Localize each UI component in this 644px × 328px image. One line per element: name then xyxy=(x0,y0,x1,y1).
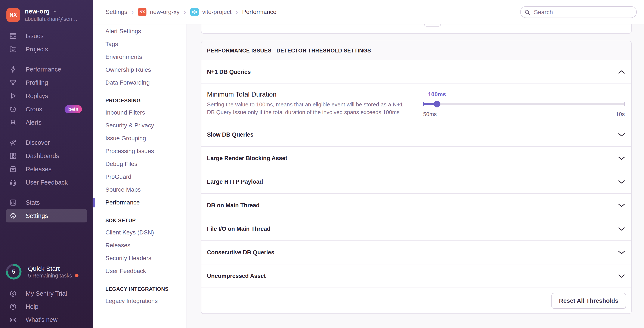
chevron-down-icon xyxy=(52,9,57,14)
chevron-down-icon xyxy=(618,156,625,160)
nav-section-gap xyxy=(0,189,93,196)
sidebar-item-label: Profiling xyxy=(26,79,48,86)
chevron-down-icon xyxy=(618,251,625,254)
quick-start-text: Quick Start 5 Remaining tasks xyxy=(28,265,78,279)
settings-nav-data-forwarding[interactable]: Data Forwarding xyxy=(93,76,186,89)
breadcrumb-project[interactable]: vite-project xyxy=(190,8,232,16)
settings-nav-security-privacy[interactable]: Security & Privacy xyxy=(93,119,186,132)
breadcrumb-org[interactable]: NX new-org-xy xyxy=(138,8,180,16)
slider-min-label: 50ms xyxy=(423,111,437,117)
settings-nav-legacy-integrations[interactable]: Legacy Integrations xyxy=(93,295,186,307)
sidebar-item-dashboards[interactable]: Dashboards xyxy=(0,149,93,162)
sidebar-item-label: Releases xyxy=(26,166,52,173)
settings-nav-debug-files[interactable]: Debug Files xyxy=(93,157,186,171)
quick-start-title: Quick Start xyxy=(28,265,78,273)
slider-handle[interactable] xyxy=(434,101,440,107)
sidebar-item-issues[interactable]: Issues xyxy=(0,29,93,43)
slider-right-cap xyxy=(624,102,625,106)
breadcrumb-separator: › xyxy=(236,8,238,16)
dashboards-icon xyxy=(9,152,17,160)
alerts-icon xyxy=(9,119,17,126)
sidebar-item-projects[interactable]: Projects xyxy=(0,43,93,56)
sidebar-item-label: Dashboards xyxy=(26,152,59,159)
releases-icon xyxy=(9,165,17,173)
quick-start-count: 5 xyxy=(5,263,22,280)
sidebar-item-label: Performance xyxy=(26,66,61,73)
sidebar-item-discover[interactable]: Discover xyxy=(0,136,93,149)
chevron-down-icon xyxy=(618,180,625,184)
sidebar-item-label: Alerts xyxy=(26,119,42,126)
sidebar-item-label: Discover xyxy=(26,139,50,146)
breadcrumb-project-label: vite-project xyxy=(202,9,232,16)
reset-all-thresholds-button[interactable]: Reset All Thresholds xyxy=(552,293,626,309)
sidebar-item-settings[interactable]: Settings xyxy=(6,209,87,222)
settings-nav-inbound-filters[interactable]: Inbound Filters xyxy=(93,106,186,119)
sidebar-item-whats-new[interactable]: What's new xyxy=(0,313,93,326)
sidebar-item-label: Stats xyxy=(26,199,40,206)
accordion-slow-db-queries[interactable]: Slow DB Queries xyxy=(202,123,631,147)
settings-nav-releases[interactable]: Releases xyxy=(93,239,186,252)
settings-nav-environments[interactable]: Environments xyxy=(93,51,186,63)
accordion-db-on-main-thread[interactable]: DB on Main Thread xyxy=(202,194,631,217)
settings-nav-source-maps[interactable]: Source Maps xyxy=(93,183,186,196)
right-column: Settings › NX new-org-xy › xyxy=(93,0,644,328)
stats-icon xyxy=(9,199,17,206)
sidebar-item-label: Projects xyxy=(26,46,48,53)
settings-nav-processing-issues[interactable]: Processing Issues xyxy=(93,145,186,157)
settings-nav-header-legacy-integrations: LEGACY INTEGRATIONS xyxy=(93,283,186,295)
sidebar-item-stats[interactable]: Stats xyxy=(0,196,93,209)
accordion-large-http-payload[interactable]: Large HTTP Payload xyxy=(202,170,631,194)
chevron-down-icon xyxy=(618,133,625,137)
accordion-large-render-blocking-asset[interactable]: Large Render Blocking Asset xyxy=(202,147,631,170)
sidebar-item-label: Help xyxy=(26,303,38,310)
settings-nav-user-feedback[interactable]: User Feedback xyxy=(93,265,186,277)
accordion-n1-db-queries[interactable]: N+1 DB Queries xyxy=(202,60,631,84)
react-project-icon xyxy=(190,8,199,16)
settings-nav-alert-settings[interactable]: Alert Settings xyxy=(93,25,186,38)
quick-start[interactable]: 5 Quick Start 5 Remaining tasks xyxy=(0,261,93,282)
slider-left-cap xyxy=(423,102,424,106)
settings-nav-security-headers[interactable]: Security Headers xyxy=(93,252,186,265)
org-switcher[interactable]: NX new-org abdullah.khan@sen… xyxy=(0,0,93,22)
breadcrumb-separator: › xyxy=(184,8,186,16)
discover-icon xyxy=(9,139,17,146)
sidebar-item-my-sentry-trial[interactable]: My Sentry Trial xyxy=(0,287,93,300)
accordion-uncompressed-asset[interactable]: Uncompressed Asset xyxy=(202,264,631,288)
notification-dot xyxy=(75,274,78,277)
sidebar-item-profiling[interactable]: Profiling xyxy=(0,76,93,89)
settings-nav-tags[interactable]: Tags xyxy=(93,38,186,51)
detector-threshold-panel: PERFORMANCE ISSUES - DETECTOR THRESHOLD … xyxy=(201,41,632,314)
settings-nav-issue-grouping[interactable]: Issue Grouping xyxy=(93,132,186,145)
sidebar-item-user-feedback[interactable]: User Feedback xyxy=(0,176,93,189)
accordion-consecutive-db-queries[interactable]: Consecutive DB Queries xyxy=(202,241,631,264)
settings-nav-ownership-rules[interactable]: Ownership Rules xyxy=(93,63,186,76)
sidebar-item-releases[interactable]: Releases xyxy=(0,162,93,176)
accordion-file-io-on-main-thread[interactable]: File I/O on Main Thread xyxy=(202,217,631,241)
search-box xyxy=(520,6,637,18)
search-input[interactable] xyxy=(520,6,637,18)
profiling-icon xyxy=(9,79,17,86)
topbar: Settings › NX new-org-xy › xyxy=(93,0,644,24)
help-icon xyxy=(9,303,17,311)
beta-badge: beta xyxy=(64,105,82,113)
crons-icon xyxy=(9,105,17,113)
settings-nav-proguard[interactable]: ProGuard xyxy=(93,171,186,183)
settings-nav-client-keys[interactable]: Client Keys (DSN) xyxy=(93,226,186,239)
sidebar-item-replays[interactable]: Replays xyxy=(0,89,93,103)
sidebar-item-help[interactable]: Help xyxy=(0,300,93,313)
sidebar-item-label: Settings xyxy=(26,212,48,219)
org-info: new-org abdullah.khan@sen… xyxy=(25,8,78,22)
user-feedback-icon xyxy=(9,179,17,186)
slider-max-label: 10s xyxy=(616,111,625,117)
chevron-up-icon xyxy=(618,70,625,74)
sidebar-item-alerts[interactable]: Alerts xyxy=(0,116,93,129)
slider-track[interactable] xyxy=(423,103,625,105)
chevron-down-icon xyxy=(618,274,625,278)
setting-text: Minimum Total Duration Setting the value… xyxy=(207,90,416,116)
sidebar-item-crons[interactable]: Crons beta xyxy=(0,103,93,116)
org-name: new-org xyxy=(25,8,50,15)
sidebar-item-performance[interactable]: Performance xyxy=(0,63,93,76)
settings-nav-performance[interactable]: Performance xyxy=(93,196,186,209)
sidebar-item-label: Issues xyxy=(26,33,44,40)
breadcrumb-settings[interactable]: Settings xyxy=(106,9,127,16)
